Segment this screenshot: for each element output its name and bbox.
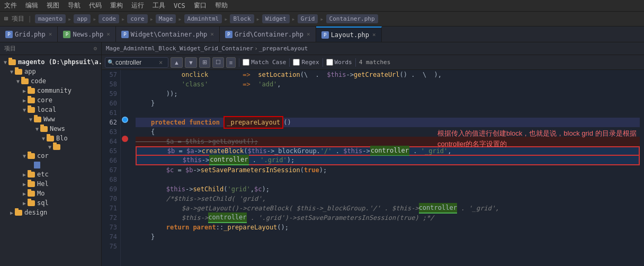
- tab-widget-container[interactable]: P Widget\Container.php ×: [116, 26, 220, 42]
- ln-57: 57: [102, 70, 117, 79]
- path-method: _prepareLayout: [259, 45, 308, 52]
- file-container[interactable]: Container.php: [326, 14, 378, 23]
- folder-app[interactable]: app: [74, 14, 91, 23]
- menu-file[interactable]: 文件: [2, 0, 19, 11]
- search-next-button[interactable]: ▼: [185, 57, 197, 68]
- tree-item-sql[interactable]: ▶ sql: [0, 198, 101, 208]
- close-tab-grid[interactable]: ×: [49, 31, 52, 38]
- search-matches-count: 4 matches: [359, 59, 391, 66]
- menu-view[interactable]: 视图: [44, 0, 61, 11]
- file-tree: ▼ magento (D:\phpsuit\a... ▼ app ▼ code: [0, 55, 101, 266]
- close-tab-news[interactable]: ×: [106, 31, 110, 38]
- search-options-button[interactable]: ⊞: [199, 57, 210, 68]
- sidebar-title: 项目: [4, 45, 16, 52]
- tree-item-local[interactable]: ▼ local: [0, 105, 101, 114]
- menu-navigate[interactable]: 导航: [66, 0, 83, 11]
- folder-icon-mo: [28, 191, 35, 197]
- content-area: Mage_Adminhtml_Block_Widget_Grid_Contain…: [102, 42, 644, 266]
- close-tab-grid-container[interactable]: ×: [307, 31, 310, 38]
- tree-item-code[interactable]: ▼ code: [0, 76, 101, 86]
- code-content[interactable]: onclick => setLocation(\ . $this->getCre…: [131, 70, 644, 266]
- controller-highlight-71: controller: [419, 203, 457, 214]
- tree-label-cor: cor: [37, 152, 49, 159]
- tree-label-app: app: [24, 68, 36, 75]
- sep8: ▸: [292, 15, 296, 23]
- menu-tools[interactable]: 工具: [150, 0, 167, 11]
- match-case-label: Match Case: [251, 59, 286, 66]
- tree-item-cor-file[interactable]: ▶: [0, 161, 101, 170]
- folder-widget[interactable]: Widget: [262, 14, 290, 23]
- search-input[interactable]: [115, 59, 158, 66]
- tab-news-php[interactable]: P News.php ×: [58, 26, 115, 42]
- tree-item-blo[interactable]: ▼ Blo: [0, 134, 101, 143]
- code-line-74: }: [136, 232, 640, 242]
- folder-block[interactable]: Block: [230, 14, 254, 23]
- folder-icon-code: [21, 78, 29, 84]
- tree-item-design[interactable]: ▶ design: [0, 208, 101, 217]
- menu-edit[interactable]: 编辑: [23, 0, 40, 11]
- tab-icon-news: P: [63, 31, 70, 38]
- ln-60: 60: [102, 99, 117, 108]
- close-tab-widget[interactable]: ×: [210, 31, 214, 38]
- code-line-64: $a = $this->getLayout();: [136, 137, 640, 146]
- folder-icon-hel: [28, 181, 35, 187]
- folder-core[interactable]: core: [127, 14, 148, 23]
- search-separator-2: [289, 58, 290, 67]
- sep9: ▸: [320, 15, 324, 23]
- code-line-71: $a->getLayout()->createBlock( $this->_bl…: [136, 203, 640, 213]
- search-mode-button[interactable]: ≡: [226, 57, 236, 68]
- menu-refactor[interactable]: 重构: [108, 0, 125, 11]
- tree-item-magento[interactable]: ▼ magento (D:\phpsuit\a...: [0, 57, 101, 67]
- folder-adminhtml[interactable]: Adminhtml: [184, 14, 222, 23]
- tab-layout-php[interactable]: P Layout.php ×: [316, 26, 382, 42]
- tree-label-news: News: [50, 125, 65, 132]
- tab-label-widget: Widget\Container.php: [131, 31, 208, 38]
- menu-code[interactable]: 代码: [87, 0, 104, 11]
- ln-62: 62: [102, 118, 117, 127]
- tree-item-mo[interactable]: ▶ Mo: [0, 189, 101, 198]
- ln-67: 67: [102, 165, 117, 175]
- folder-code[interactable]: code: [99, 14, 119, 23]
- top-menubar: 文件 编辑 视图 导航 代码 重构 运行 工具 VCS 窗口 帮助: [0, 0, 644, 12]
- folder-breadcrumbs: magento ▸ app ▸ code ▸ core ▸ Mage ▸ Adm…: [35, 14, 378, 23]
- tree-arrow-sql: ▶: [21, 200, 28, 206]
- folder-mage[interactable]: Mage: [156, 14, 176, 23]
- search-prev-button[interactable]: ▲: [171, 57, 183, 68]
- tree-item-cor[interactable]: ▼ cor: [0, 151, 101, 161]
- menu-run[interactable]: 运行: [129, 0, 146, 11]
- match-case-checkbox[interactable]: [243, 59, 249, 66]
- tab-grid-php[interactable]: P Grid.php ×: [0, 26, 58, 42]
- folder-magento[interactable]: magento: [35, 14, 66, 23]
- regex-label: Regex: [301, 59, 319, 66]
- tree-item-app[interactable]: ▼ app: [0, 67, 101, 76]
- tree-item-www[interactable]: ▼ Www: [0, 114, 101, 124]
- tab-icon-grid: P: [5, 31, 13, 38]
- words-group: Words: [326, 59, 352, 66]
- tab-grid-container[interactable]: P Grid\Container.php ×: [220, 26, 316, 42]
- tree-item-hel[interactable]: ▶ Hel: [0, 179, 101, 189]
- words-checkbox[interactable]: [326, 59, 333, 66]
- tree-arrow-local: ▼: [21, 107, 28, 113]
- clear-search-icon[interactable]: ×: [159, 59, 163, 66]
- ln-73: 73: [102, 223, 117, 232]
- sidebar-settings-icon[interactable]: ⚙: [93, 45, 97, 52]
- folder-icon-magento: [8, 59, 16, 65]
- ln-58: 58: [102, 79, 117, 89]
- tree-item-blo-sub[interactable]: ▼: [0, 143, 101, 151]
- tree-item-community[interactable]: ▶ community: [0, 86, 101, 95]
- regex-checkbox[interactable]: [293, 59, 300, 66]
- tree-item-etc[interactable]: ▶ etc: [0, 170, 101, 179]
- code-line-73: return parent::_prepareLayout();: [136, 223, 640, 232]
- tree-arrow-etc: ▶: [21, 172, 28, 178]
- tree-item-news[interactable]: ▼ News: [0, 124, 101, 134]
- tree-item-core[interactable]: ▶ core: [0, 95, 101, 105]
- code-line-58: 'class' => 'add',: [136, 79, 640, 89]
- menu-window[interactable]: 窗口: [192, 0, 209, 11]
- close-tab-layout[interactable]: ×: [372, 31, 376, 38]
- folder-icon-etc: [28, 172, 35, 178]
- code-line-63: {: [136, 127, 640, 137]
- menu-help[interactable]: 帮助: [213, 0, 230, 11]
- folder-grid[interactable]: Grid: [298, 14, 318, 23]
- menu-vcs[interactable]: VCS: [172, 1, 187, 11]
- search-highlight-button[interactable]: ☐: [212, 57, 224, 68]
